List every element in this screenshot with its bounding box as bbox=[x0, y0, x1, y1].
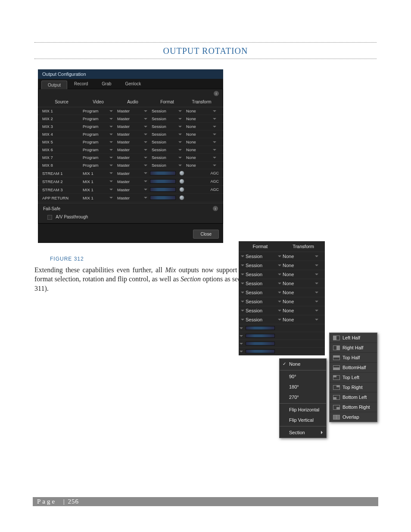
audio-select[interactable]: Master bbox=[115, 140, 150, 144]
transform-select[interactable]: None bbox=[184, 116, 219, 121]
tab-output[interactable]: Output bbox=[41, 81, 67, 89]
format-value[interactable]: Session bbox=[246, 272, 277, 277]
video-select[interactable]: Program bbox=[81, 116, 115, 121]
chevron-down-icon bbox=[144, 172, 147, 174]
transform-value[interactable]: None bbox=[283, 308, 314, 313]
chevron-down-icon bbox=[178, 118, 182, 120]
format-value[interactable]: Session bbox=[246, 308, 277, 313]
audio-select[interactable]: Master bbox=[115, 155, 150, 160]
format-value[interactable]: Session bbox=[246, 299, 277, 304]
audio-select[interactable]: Master bbox=[115, 116, 150, 121]
video-select[interactable]: MIX 1 bbox=[81, 171, 115, 176]
format-value[interactable]: Session bbox=[246, 263, 277, 268]
chevron-down-icon bbox=[240, 351, 243, 352]
format-value[interactable]: Session bbox=[246, 290, 277, 295]
transform-value[interactable]: None bbox=[283, 281, 314, 286]
video-select[interactable]: Program bbox=[81, 140, 115, 144]
chevron-down-icon bbox=[241, 301, 244, 302]
close-button[interactable]: Close bbox=[193, 230, 219, 239]
audio-select[interactable]: Master bbox=[115, 109, 150, 113]
video-select[interactable]: Program bbox=[81, 109, 115, 113]
section-heading-wrap: OUTPUT ROTATION bbox=[34, 42, 377, 59]
transform-select[interactable]: None bbox=[184, 163, 219, 168]
section-left-half[interactable]: Left Half bbox=[330, 333, 377, 342]
app-return-audio[interactable]: Master bbox=[115, 196, 150, 200]
audio-select[interactable]: Master bbox=[115, 171, 150, 176]
transform-value[interactable]: None bbox=[283, 263, 314, 268]
audio-select[interactable]: Master bbox=[115, 163, 150, 168]
section-top-right[interactable]: Top Right bbox=[330, 382, 377, 392]
transform-flip-h[interactable]: Flip Horizontal bbox=[280, 404, 326, 415]
app-return-src: APP RETURN bbox=[42, 196, 81, 200]
columns-header: Source Video Audio Format Transform bbox=[38, 97, 223, 107]
format-select[interactable]: Session bbox=[150, 124, 184, 129]
format-value[interactable]: Session bbox=[246, 281, 277, 286]
tab-grab[interactable]: Grab bbox=[95, 79, 118, 89]
transform-flip-v[interactable]: Flip Vertical bbox=[280, 415, 326, 425]
transform-value[interactable]: None bbox=[283, 254, 314, 259]
section-bottom-right[interactable]: Bottom Right bbox=[330, 402, 377, 412]
audio-select[interactable]: Master bbox=[115, 124, 150, 129]
col-transform: Transform bbox=[282, 244, 325, 249]
transform-value[interactable]: None bbox=[283, 272, 314, 277]
gain-knob[interactable] bbox=[179, 179, 184, 184]
section-top-half[interactable]: Top Half bbox=[330, 352, 377, 362]
info-icon[interactable]: i bbox=[214, 91, 219, 96]
audio-select[interactable]: Master bbox=[115, 132, 150, 137]
video-select[interactable]: Program bbox=[81, 132, 115, 137]
tab-genlock[interactable]: Genlock bbox=[118, 79, 148, 89]
level-meter bbox=[246, 334, 275, 338]
section-overlap[interactable]: Overlap bbox=[330, 412, 377, 422]
transform-value[interactable]: None bbox=[283, 299, 314, 304]
transform-select[interactable]: None bbox=[184, 140, 219, 144]
format-select[interactable]: Session bbox=[150, 140, 184, 144]
format-select[interactable]: Session bbox=[150, 109, 184, 113]
transform-180[interactable]: 180° bbox=[280, 382, 326, 392]
format-select[interactable]: Session bbox=[150, 116, 184, 121]
audio-select[interactable]: Master bbox=[115, 187, 150, 192]
stream-row: STREAM 1 MIX 1 Master AGC bbox=[38, 169, 223, 177]
transform-section-sub[interactable]: Section bbox=[280, 427, 326, 438]
format-value[interactable]: Session bbox=[246, 254, 277, 259]
gain-knob[interactable] bbox=[179, 171, 184, 176]
app-return-video[interactable]: MIX 1 bbox=[81, 196, 115, 200]
columns-header: Format Transform bbox=[239, 241, 325, 252]
video-select[interactable]: MIX 1 bbox=[81, 187, 115, 192]
transform-select[interactable]: None bbox=[184, 124, 219, 129]
format-select[interactable]: Session bbox=[150, 163, 184, 168]
video-select[interactable]: Program bbox=[81, 155, 115, 160]
format-select[interactable]: Session bbox=[150, 132, 184, 137]
chevron-down-icon bbox=[144, 134, 147, 135]
transform-select[interactable]: None bbox=[184, 109, 219, 113]
section-right-half[interactable]: Right Half bbox=[330, 342, 377, 352]
transform-90[interactable]: 90° bbox=[280, 371, 326, 382]
format-value[interactable]: Session bbox=[246, 317, 277, 322]
tab-record[interactable]: Record bbox=[67, 79, 95, 89]
transform-value[interactable]: None bbox=[283, 317, 314, 322]
section-bottom-half[interactable]: BottomHalf bbox=[330, 362, 377, 372]
section-bottom-left[interactable]: Bottom Left bbox=[330, 392, 377, 402]
section-top-left[interactable]: Top Left bbox=[330, 372, 377, 382]
gain-knob[interactable] bbox=[179, 187, 184, 192]
transform-select[interactable]: None bbox=[184, 132, 219, 137]
info-icon[interactable]: i bbox=[213, 206, 218, 211]
audio-select[interactable]: Master bbox=[115, 179, 150, 184]
audio-select[interactable]: Master bbox=[115, 147, 150, 152]
format-select[interactable]: Session bbox=[150, 155, 184, 160]
av-passthrough-checkbox[interactable] bbox=[47, 215, 52, 220]
gain-knob[interactable] bbox=[179, 195, 184, 200]
format-transform-row: Session None bbox=[239, 288, 325, 297]
video-select[interactable]: Program bbox=[81, 124, 115, 129]
transform-value[interactable]: None bbox=[283, 290, 314, 295]
transform-select[interactable]: None bbox=[184, 147, 219, 152]
video-select[interactable]: Program bbox=[81, 147, 115, 152]
transform-270[interactable]: 270° bbox=[280, 392, 326, 402]
transform-none[interactable]: ✓None bbox=[280, 359, 326, 369]
video-select[interactable]: Program bbox=[81, 163, 115, 168]
format-transform-row: Session None bbox=[239, 270, 325, 279]
transform-select[interactable]: None bbox=[184, 155, 219, 160]
format-select[interactable]: Session bbox=[150, 147, 184, 152]
agc-label: AGC bbox=[210, 187, 219, 192]
chevron-down-icon bbox=[178, 149, 182, 151]
video-select[interactable]: MIX 1 bbox=[81, 179, 115, 184]
